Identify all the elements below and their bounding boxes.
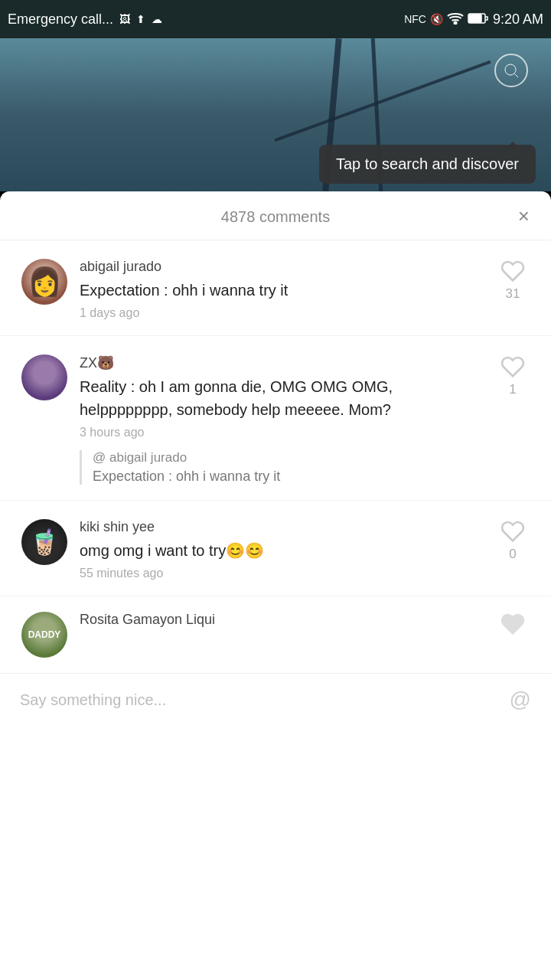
comment-item: abigail jurado Expectation : ohh i wanna… xyxy=(0,240,551,336)
comments-sheet: 4878 comments × abigail jurado Expectati… xyxy=(0,191,551,980)
status-bar-left: Emergency call... 🖼 ⬆ ☁ xyxy=(8,11,162,28)
close-button[interactable]: × xyxy=(518,204,530,227)
svg-line-4 xyxy=(515,74,519,78)
heart-icon[interactable] xyxy=(500,259,525,283)
comment-item: kiki shin yee omg omg i want to try😊😊 55… xyxy=(0,501,551,596)
comment-username: Rosita Gamayon Liqui xyxy=(80,612,484,628)
comment-body: abigail jurado Expectation : ohh i wanna… xyxy=(80,259,484,320)
mute-icon: 🔇 xyxy=(430,13,443,25)
reply-text: Expectation : ohh i wanna try it xyxy=(93,469,484,485)
status-bar-right-icons: NFC 🔇 9:20 AM xyxy=(404,11,543,28)
like-column: 1 xyxy=(496,354,530,397)
svg-point-0 xyxy=(454,21,456,24)
comment-text: Expectation : ohh i wanna try it xyxy=(80,279,484,302)
like-count: 31 xyxy=(506,286,520,302)
background-image: Tap to search and discover xyxy=(0,38,551,191)
status-bar: Emergency call... 🖼 ⬆ ☁ NFC 🔇 9:20 AM xyxy=(0,0,551,38)
like-count: 0 xyxy=(509,547,516,562)
comments-count: 4878 comments xyxy=(221,208,330,226)
comment-text: Reality : oh I am gonna die, OMG OMG OMG… xyxy=(80,375,484,421)
heart-icon[interactable] xyxy=(500,519,525,544)
at-mention-icon[interactable]: @ xyxy=(510,688,531,712)
time-display: 9:20 AM xyxy=(493,11,543,28)
reply-quote: @ abigail jurado Expectation : ohh i wan… xyxy=(80,450,484,485)
avatar xyxy=(21,354,67,400)
comments-header: 4878 comments × xyxy=(0,191,551,240)
like-column: 0 xyxy=(496,519,530,562)
avatar: DADDY xyxy=(21,612,67,658)
battery-icon xyxy=(468,12,489,27)
like-column xyxy=(496,612,530,636)
comment-body: ZX🐻 Reality : oh I am gonna die, OMG OMG… xyxy=(80,354,484,485)
comment-item: ZX🐻 Reality : oh I am gonna die, OMG OMG… xyxy=(0,336,551,501)
comment-username: abigail jurado xyxy=(80,259,484,275)
status-bar-title: Emergency call... xyxy=(8,11,113,28)
svg-rect-2 xyxy=(469,15,481,22)
reply-username: @ abigail jurado xyxy=(93,450,484,466)
heart-icon[interactable] xyxy=(500,612,525,636)
comment-time: 1 days ago xyxy=(80,306,484,320)
comment-username: ZX🐻 xyxy=(80,354,484,371)
search-icon[interactable] xyxy=(494,54,528,87)
avatar xyxy=(21,259,67,305)
comment-body: kiki shin yee omg omg i want to try😊😊 55… xyxy=(80,519,484,580)
avatar xyxy=(21,519,67,565)
search-tooltip[interactable]: Tap to search and discover xyxy=(319,145,536,184)
comment-body: Rosita Gamayon Liqui xyxy=(80,612,484,632)
comment-item: DADDY Rosita Gamayon Liqui xyxy=(0,596,551,673)
image-icon: 🖼 xyxy=(119,13,130,25)
like-count: 1 xyxy=(509,382,516,397)
comment-time: 55 minutes ago xyxy=(80,567,484,580)
svg-point-3 xyxy=(505,64,516,75)
heart-icon[interactable] xyxy=(500,354,525,379)
comment-input[interactable]: Say something nice... xyxy=(20,691,500,709)
comment-time: 3 hours ago xyxy=(80,426,484,439)
cloud-icon: ☁ xyxy=(152,13,162,25)
upload-icon: ⬆ xyxy=(136,13,145,25)
nfc-icon: NFC xyxy=(404,13,426,25)
wifi-icon xyxy=(447,12,464,27)
comment-input-bar[interactable]: Say something nice... @ xyxy=(0,673,551,726)
like-column: 31 xyxy=(496,259,530,302)
comment-text: omg omg i want to try😊😊 xyxy=(80,539,484,562)
comment-username: kiki shin yee xyxy=(80,519,484,535)
